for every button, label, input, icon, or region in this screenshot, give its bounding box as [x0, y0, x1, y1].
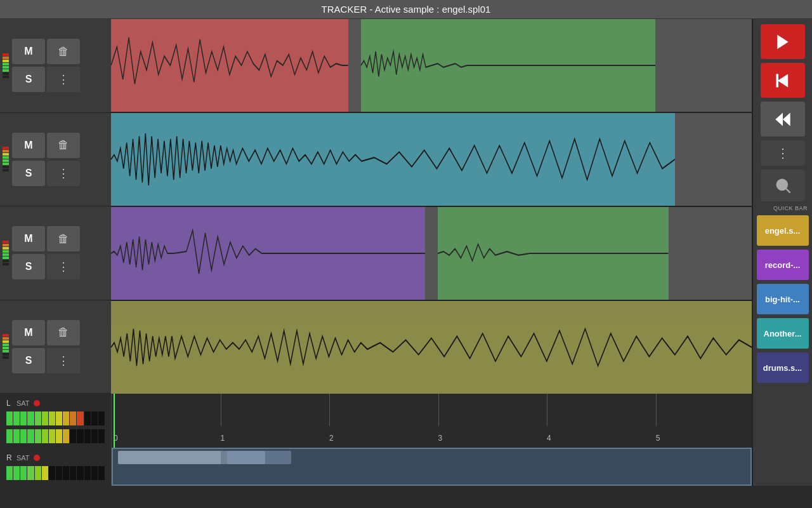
svg-marker-4	[783, 112, 790, 126]
track-1-level-meter	[3, 22, 10, 110]
playhead	[114, 394, 115, 448]
track-2-solo-button[interactable]: S	[12, 161, 45, 186]
main-layout: M S 🗑 ⋮ M S	[0, 19, 812, 394]
track-1-seg-2	[361, 19, 656, 112]
tick-line-2	[329, 394, 330, 426]
track-2-waveform[interactable]	[111, 113, 752, 207]
track-3-delete-button[interactable]: 🗑	[47, 226, 80, 251]
sat-dot-l	[34, 400, 40, 406]
tick-5: 5	[656, 434, 660, 443]
track-3-waveform[interactable]	[111, 207, 752, 301]
l-meter-bars-2	[6, 429, 105, 443]
quick-bar-item-0[interactable]: engel.s...	[757, 215, 809, 246]
track-1-controls: M S 🗑 ⋮	[0, 19, 111, 113]
tick-2: 2	[329, 434, 334, 443]
tick-line-1	[221, 394, 221, 426]
l-meter-row: L SAT	[6, 399, 40, 408]
track-4-waveform[interactable]	[111, 301, 752, 394]
track-1-solo-button[interactable]: S	[12, 67, 45, 92]
mini-seg-3	[227, 451, 291, 464]
track-4-seg-1	[111, 301, 752, 394]
quick-bar-label: QUICK BAR	[756, 205, 809, 211]
quick-bar-item-2[interactable]: big-hit-...	[757, 284, 809, 314]
stop-to-start-button[interactable]	[761, 63, 805, 98]
right-panel-more-button[interactable]: ⋮	[761, 140, 805, 166]
tick-3: 3	[438, 434, 443, 443]
mini-map-row: R SAT	[0, 448, 812, 486]
sat-dot-r	[34, 455, 40, 461]
search-button[interactable]	[761, 170, 805, 201]
svg-marker-3	[775, 112, 783, 126]
bottom-section: L SAT	[0, 394, 812, 508]
track-2-btn-group: M S	[12, 133, 45, 186]
svg-point-5	[776, 180, 787, 190]
track-4-level-meter	[3, 303, 10, 391]
track-3-mute-button[interactable]: M	[12, 226, 45, 251]
timeline-ruler: 0 1 2 3 4 5	[111, 394, 752, 448]
track-3-controls: M S 🗑 ⋮	[0, 206, 111, 300]
track-4-more-button[interactable]: ⋮	[47, 348, 80, 373]
svg-marker-0	[777, 34, 789, 49]
right-panel: ⋮ QUICK BAR engel.s... record-... big-hi…	[752, 19, 812, 394]
quick-bar-item-3[interactable]: Another...	[757, 318, 809, 349]
track-controls: M S 🗑 ⋮ M S	[0, 19, 111, 394]
right-panel-minimap-spacer	[752, 448, 812, 486]
play-button[interactable]	[761, 24, 805, 59]
track-4-mute-button[interactable]: M	[12, 320, 45, 345]
track-2-controls: M S 🗑 ⋮	[0, 113, 111, 207]
l-meter-bars	[6, 411, 105, 425]
track-4-solo-button[interactable]: S	[12, 348, 45, 373]
sat-label-r: SAT	[16, 454, 30, 462]
track-1-right-col: 🗑 ⋮	[47, 39, 80, 92]
track-2-mute-button[interactable]: M	[12, 133, 45, 158]
track-1-btn-group: M S	[12, 39, 45, 92]
svg-line-6	[786, 189, 790, 192]
track-2-seg-1	[111, 113, 675, 206]
track-1-seg-1	[111, 19, 348, 112]
tick-4: 4	[547, 434, 551, 443]
track-4-right-col: 🗑 ⋮	[47, 320, 80, 373]
title-bar: TRACKER - Active sample : engel.spl01	[0, 0, 812, 19]
l-label: L	[6, 399, 13, 408]
track-2-more-button[interactable]: ⋮	[47, 161, 80, 186]
meters-row: L SAT	[0, 394, 812, 448]
track-1-waveform[interactable]	[111, 19, 752, 113]
track-1-more-button[interactable]: ⋮	[47, 67, 80, 92]
tick-1: 1	[221, 434, 225, 443]
track-3-btn-group: M S	[12, 226, 45, 279]
svg-marker-1	[777, 74, 787, 87]
tick-line-3	[438, 394, 439, 426]
track-3-solo-button[interactable]: S	[12, 254, 45, 279]
mini-map-track[interactable]	[111, 448, 752, 486]
track-1-mute-button[interactable]: M	[12, 39, 45, 64]
left-meter-panel: L SAT	[0, 394, 111, 448]
tick-line-4	[547, 394, 547, 426]
quick-bar-item-4[interactable]: drums.s...	[757, 352, 809, 383]
sat-label-l: SAT	[16, 399, 30, 407]
title-text: TRACKER - Active sample : engel.spl01	[322, 4, 491, 15]
track-2-right-col: 🗑 ⋮	[47, 133, 80, 186]
r-meter-panel: R SAT	[0, 448, 111, 486]
track-3-seg-2	[438, 207, 669, 300]
right-panel-meter-spacer	[752, 394, 812, 448]
rewind-button[interactable]	[761, 102, 805, 137]
track-4-btn-group: M S	[12, 320, 45, 373]
svg-rect-2	[776, 74, 778, 87]
track-3-seg-1	[111, 207, 425, 300]
r-meter-row: R SAT	[6, 453, 105, 462]
track-3-level-meter	[3, 209, 10, 297]
tracks-area	[111, 19, 752, 394]
mini-seg-2	[118, 451, 220, 464]
track-1-delete-button[interactable]: 🗑	[47, 39, 80, 64]
track-3-right-col: 🗑 ⋮	[47, 226, 80, 279]
track-4-controls: M S 🗑 ⋮	[0, 300, 111, 394]
tick-line-5	[656, 394, 657, 426]
track-4-delete-button[interactable]: 🗑	[47, 320, 80, 345]
track-2-delete-button[interactable]: 🗑	[47, 133, 80, 158]
r-meter-bars	[6, 466, 105, 480]
track-2-level-meter	[3, 116, 10, 204]
track-3-more-button[interactable]: ⋮	[47, 254, 80, 279]
quick-bar-item-1[interactable]: record-...	[757, 250, 809, 280]
r-label: R	[6, 453, 13, 462]
